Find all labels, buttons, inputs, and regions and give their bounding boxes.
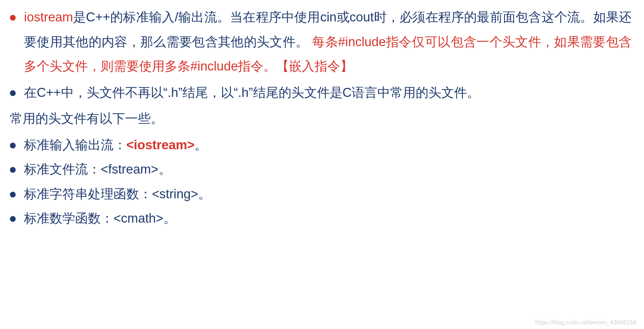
- bullet-body: 在C++中，头文件不再以“.h”结尾，以“.h”结尾的头文件是C语言中常用的头文…: [24, 80, 632, 105]
- bullet-body: 标准输入输出流：<iostream>。: [24, 133, 632, 157]
- header-value: <cmath>: [114, 211, 163, 226]
- bullet-marker-icon: [10, 143, 16, 148]
- list-item: 标准数学函数：<cmath>。: [10, 206, 632, 231]
- header-prefix: 标准输入输出流：: [24, 138, 126, 152]
- header-value: <fstream>: [101, 162, 159, 176]
- document-page: iostream是C++的标准输入/输出流。当在程序中使用cin或cout时，必…: [0, 0, 644, 235]
- header-prefix: 标准字符串处理函数：: [24, 187, 152, 201]
- header-files-list: 标准输入输出流：<iostream>。标准文件流：<fstream>。标准字符串…: [10, 133, 632, 231]
- bullet-item-h-suffix: 在C++中，头文件不再以“.h”结尾，以“.h”结尾的头文件是C语言中常用的头文…: [10, 80, 632, 105]
- list-item: 标准文件流：<fstream>。: [10, 157, 632, 182]
- header-suffix: 。: [163, 211, 176, 226]
- list-item: 标准字符串处理函数：<string>。: [10, 182, 632, 207]
- bullet-marker-icon: [10, 90, 16, 96]
- bullet-body: 标准文件流：<fstream>。: [24, 157, 632, 182]
- bullet-item-iostream: iostream是C++的标准输入/输出流。当在程序中使用cin或cout时，必…: [10, 5, 632, 79]
- watermark: https://blog.csdn.net/weixin_43606158: [535, 319, 637, 326]
- bullet-marker-icon: [10, 167, 16, 173]
- bullet-body: 标准字符串处理函数：<string>。: [24, 182, 632, 207]
- header-prefix: 标准数学函数：: [24, 211, 114, 226]
- text-red-iostream: iostream: [24, 10, 73, 24]
- bullet-marker-icon: [10, 192, 16, 197]
- header-suffix: 。: [194, 138, 207, 152]
- list-item: 标准输入输出流：<iostream>。: [10, 133, 632, 157]
- plain-line-common-headers: 常用的头文件有以下一些。: [10, 106, 632, 131]
- header-suffix: 。: [198, 187, 211, 201]
- bullet-body: iostream是C++的标准输入/输出流。当在程序中使用cin或cout时，必…: [24, 5, 632, 79]
- header-value: <iostream>: [126, 138, 194, 152]
- header-value: <string>: [152, 187, 198, 201]
- bullet-marker-icon: [10, 15, 16, 21]
- header-suffix: 。: [159, 162, 171, 176]
- text-h-suffix: 在C++中，头文件不再以“.h”结尾，以“.h”结尾的头文件是C语言中常用的头文…: [24, 85, 480, 100]
- bullet-body: 标准数学函数：<cmath>。: [24, 206, 632, 231]
- bullet-marker-icon: [10, 216, 16, 222]
- header-prefix: 标准文件流：: [24, 162, 101, 176]
